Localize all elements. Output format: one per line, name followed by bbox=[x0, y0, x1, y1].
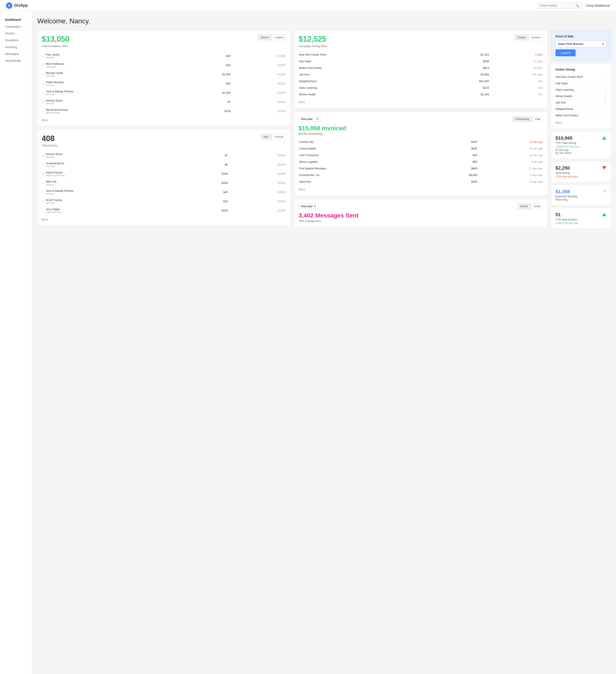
donations-recent-btn[interactable]: Recent bbox=[258, 35, 272, 40]
donation-amount: $8 bbox=[195, 160, 228, 169]
campaign-amount: $913 bbox=[428, 65, 493, 71]
campaign-subtitle: Campaign Giving 2020 bbox=[299, 44, 327, 48]
donors-list: ↻ Derrick Stone General $7 5/15/20 ≡ Ama… bbox=[42, 150, 286, 215]
donors-more-link[interactable]: More bbox=[42, 218, 48, 221]
sidebar-item-campaigns[interactable]: Campaigns bbox=[0, 23, 32, 30]
campaign-days: N/A bbox=[493, 78, 543, 84]
search-input[interactable] bbox=[540, 4, 574, 7]
table-row: Central City $425 14 wks ago bbox=[299, 139, 543, 145]
campaign-amount: $125 bbox=[428, 85, 493, 91]
table-row: City Hope $506 11 days bbox=[299, 58, 543, 65]
messages-engagement: 78% Engagement bbox=[299, 219, 543, 223]
page-title: Welcome, Nancy. bbox=[37, 17, 611, 25]
donor-campaign: General bbox=[46, 102, 187, 105]
messages-filter[interactable]: Past year This year bbox=[299, 203, 318, 209]
table-row: ≡ Mike Hill General $300 5/04/20 bbox=[42, 179, 286, 187]
donations-more-link[interactable]: More bbox=[42, 118, 48, 122]
online-giving-item[interactable]: Oaks Learning ↗ bbox=[555, 87, 606, 93]
pos-launch-btn[interactable]: Launch bbox=[555, 49, 576, 56]
online-giving-item[interactable]: City Hope ↗ bbox=[555, 80, 606, 87]
campaign-name: Whole Health bbox=[299, 91, 428, 98]
donation-date: 5/15/20 bbox=[231, 98, 286, 106]
campaign-amount: $10,482 bbox=[428, 78, 493, 84]
donation-amount: $300 bbox=[195, 179, 228, 187]
invoice-name: John Thompson bbox=[299, 152, 428, 158]
table-row: Wells Food Pantry $913 35 days bbox=[299, 65, 543, 71]
recurring-icon: ≡ bbox=[42, 191, 44, 194]
online-giving-item[interactable]: Neighborhood ↗ bbox=[555, 106, 606, 112]
sidebar-item-donors[interactable]: Donors bbox=[0, 30, 32, 37]
invoiced-more-link[interactable]: More bbox=[299, 188, 305, 191]
invoiced-paid-btn[interactable]: Paid bbox=[532, 116, 543, 122]
recurring-icon: ↻ bbox=[42, 154, 44, 157]
sidebar-item-messages[interactable]: Messages bbox=[0, 50, 32, 57]
campaign-amount-btn[interactable]: Amount bbox=[529, 35, 543, 40]
campaign-name: Job One bbox=[299, 72, 428, 78]
invoice-name: Summerville, Inc. bbox=[299, 172, 428, 178]
donation-date: 5/15/20 bbox=[231, 51, 286, 60]
stat-april-label: April Giving bbox=[555, 171, 578, 175]
campaign-days: 2 days bbox=[493, 51, 543, 58]
sidebar-item-households[interactable]: Households bbox=[0, 57, 32, 64]
invoice-amount: $595 bbox=[428, 145, 481, 151]
search-box[interactable]: 🔍 bbox=[538, 3, 582, 9]
invoice-amount: $425 bbox=[428, 139, 481, 145]
donors-new-btn[interactable]: New bbox=[261, 134, 272, 140]
invoice-days: 11 days ago bbox=[481, 165, 543, 172]
external-link-icon: ↗ bbox=[604, 114, 606, 117]
stat-new-donors-amount: 51 bbox=[555, 212, 578, 217]
stat-ytd-giving: $10,945 YTD Total Giving +128% from last… bbox=[551, 131, 611, 159]
online-giving-item[interactable]: New Rec Center Roof ↗ bbox=[555, 74, 606, 80]
stat-ytd-change: +128% from last year bbox=[555, 145, 580, 148]
online-giving-item[interactable]: Wells Food Pantry ↗ bbox=[555, 112, 606, 118]
donation-date: 5/15/20 bbox=[231, 79, 286, 88]
main-content: Welcome, Nancy. $13,050 Total Donations … bbox=[32, 11, 616, 674]
online-giving-item[interactable]: Whole Health ↗ bbox=[555, 93, 606, 99]
table-row: Neighborhood $10,482 N/A bbox=[299, 78, 543, 84]
recurring-icon: ≡ bbox=[42, 110, 44, 113]
table-row: ≡ Michael Smith Job One $1,000 5/15/20 bbox=[42, 70, 286, 79]
online-giving-item[interactable]: Job One ↗ bbox=[555, 99, 606, 106]
sidebar-item-donations[interactable]: Donations bbox=[0, 37, 32, 43]
campaign-days: 235 days bbox=[493, 72, 543, 78]
stat-april-change: -37% from last April bbox=[555, 175, 578, 178]
sidebar-item-dashboard[interactable]: Dashboard bbox=[0, 16, 32, 23]
donation-date: 5/13/20 bbox=[228, 160, 286, 169]
left-column: $13,050 Total Donations 2020 Recent Larg… bbox=[37, 30, 291, 226]
refresh-icon[interactable]: ↻ bbox=[603, 189, 606, 194]
sidebar-item-invoicing[interactable]: Invoicing bbox=[0, 43, 32, 50]
messages-toggle: Mobile Email bbox=[518, 204, 543, 209]
donation-date: 5/10/20 bbox=[228, 170, 286, 178]
campaign-more-link[interactable]: More bbox=[299, 101, 305, 104]
messages-mobile-btn[interactable]: Mobile bbox=[518, 204, 531, 209]
table-row: Henry Logsdon $50 4 wks ago bbox=[299, 159, 543, 165]
online-giving-more-link[interactable]: More bbox=[555, 121, 562, 124]
donor-name: Michael Smith bbox=[46, 72, 187, 75]
external-link-icon: ↗ bbox=[604, 76, 606, 79]
online-giving-card: Online Giving New Rec Center Roof ↗ City… bbox=[551, 63, 611, 129]
messages-email-btn[interactable]: Email bbox=[531, 204, 543, 209]
invoice-days: 10 wks ago bbox=[481, 145, 543, 151]
donation-amount: $7 bbox=[187, 98, 231, 106]
campaign-amount: $2,403 bbox=[428, 91, 493, 98]
invoiced-sub: $5,068 outstanding bbox=[299, 132, 543, 135]
campaign-name: Oaks Learning bbox=[299, 85, 428, 91]
og-item-name: Neighborhood bbox=[555, 107, 573, 111]
donations-total: $13,050 bbox=[42, 35, 70, 43]
invoice-amount: $250 bbox=[428, 179, 481, 185]
pos-machine-select[interactable]: Select POS Machine bbox=[555, 41, 606, 47]
campaign-amount: $1,261 bbox=[428, 51, 493, 58]
donation-amount: $100 bbox=[195, 170, 228, 178]
up-arrow-icon-2 bbox=[602, 213, 606, 216]
table-row: Summerville, Inc. $4,000 9 days ago bbox=[299, 172, 543, 178]
invoiced-filter[interactable]: Past year This year Past month bbox=[299, 116, 320, 122]
donations-largest-btn[interactable]: Largest bbox=[272, 35, 286, 40]
donor-campaign: General bbox=[46, 202, 194, 204]
table-row: ≡ Kelcie Kissick Wells Food Pantry $100 … bbox=[42, 170, 286, 178]
stat-ytd-amount: $10,945 bbox=[555, 135, 580, 141]
campaign-ending-btn[interactable]: Ending bbox=[515, 35, 528, 40]
invoiced-outstanding-btn[interactable]: Outstanding bbox=[512, 116, 532, 122]
logo-icon: G bbox=[6, 2, 12, 9]
donors-amount-btn[interactable]: Amount bbox=[272, 134, 286, 140]
donation-date: 5/15/20 bbox=[231, 107, 286, 115]
